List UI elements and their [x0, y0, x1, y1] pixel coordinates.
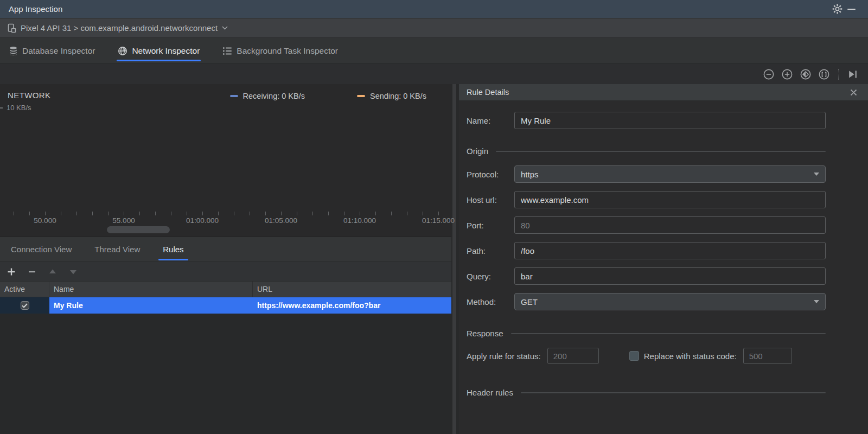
tab-background-task-inspector[interactable]: Background Task Inspector	[222, 38, 338, 63]
legend-color-dash	[357, 95, 365, 97]
rules-table: Active Name URL My Rule https://www.exam…	[0, 281, 451, 434]
tab-network-inspector[interactable]: Network Inspector	[118, 38, 200, 63]
axis-tick-label: 01:00.000	[186, 216, 219, 225]
axis-tick	[360, 212, 360, 215]
path-input[interactable]	[514, 242, 826, 259]
rule-details-header: Rule Details	[459, 84, 868, 101]
view-tabbar: Connection View Thread View Rules	[0, 237, 451, 261]
timeline-scrollbar-thumb[interactable]	[107, 226, 170, 233]
jump-to-live-button[interactable]	[846, 68, 859, 81]
axis-tick	[265, 212, 266, 215]
chart-legend: Receiving: 0 KB/sSending: 0 KB/s	[230, 92, 426, 100]
zoom-to-selection-button[interactable]	[818, 68, 831, 81]
axis-tick	[375, 212, 376, 215]
chevron-down-icon	[222, 26, 228, 30]
axis-tick-label: 55.000	[112, 216, 135, 225]
replace-status-checkbox[interactable]	[629, 351, 639, 361]
axis-tick	[250, 212, 250, 215]
tab-thread-view[interactable]: Thread View	[92, 237, 142, 261]
table-empty-area	[0, 314, 451, 434]
column-header-url[interactable]: URL	[253, 282, 451, 297]
rule-active-cell	[0, 297, 49, 314]
axis-tick	[281, 212, 282, 215]
name-label: Name:	[467, 116, 514, 125]
panel-title: Rule Details	[467, 88, 509, 97]
chart-title: NETWORK	[8, 91, 50, 100]
path-label: Path:	[467, 246, 514, 256]
rule-details-panel: Rule Details Name: Origin Protocol: http…	[459, 84, 868, 434]
minimize-icon[interactable]	[844, 2, 858, 16]
port-label: Port:	[467, 221, 514, 230]
close-icon[interactable]	[846, 85, 860, 99]
tab-label: Network Inspector	[132, 46, 200, 56]
legend-color-dash	[230, 95, 238, 97]
axis-tick	[171, 212, 171, 215]
rule-active-checkbox[interactable]	[21, 301, 29, 310]
reset-zoom-button[interactable]	[799, 68, 812, 81]
origin-section-header: Origin	[467, 146, 826, 156]
query-input[interactable]	[514, 267, 826, 285]
column-header-name[interactable]: Name	[49, 282, 253, 297]
axis-tick-label: 01:15.000	[422, 216, 455, 225]
rules-table-header: Active Name URL	[0, 281, 451, 297]
apply-status-label: Apply rule for status:	[467, 352, 541, 361]
move-down-button[interactable]	[67, 266, 79, 278]
axis-tick	[328, 212, 329, 215]
axis-tick	[438, 212, 439, 215]
add-rule-button[interactable]	[5, 266, 17, 278]
legend-item: Receiving: 0 KB/s	[230, 92, 305, 100]
tab-label: Background Task Inspector	[237, 46, 338, 56]
legend-item: Sending: 0 KB/s	[357, 92, 426, 100]
tab-label: Rules	[163, 245, 183, 254]
query-label: Query:	[467, 272, 514, 281]
method-dropdown[interactable]: GET	[514, 293, 826, 310]
host-url-input[interactable]	[514, 191, 826, 208]
timeline-axis: 50.00055.00001:00.00001:05.00001:10.0000…	[0, 212, 451, 237]
response-section-header: Response	[467, 329, 826, 338]
y-axis-label: 10 KB/s	[7, 104, 31, 112]
axis-tick	[139, 212, 140, 215]
tab-rules[interactable]: Rules	[161, 237, 186, 261]
database-icon	[9, 46, 18, 56]
settings-gear-icon[interactable]	[830, 2, 844, 16]
axis-tick	[297, 212, 297, 215]
host-label: Host url:	[467, 195, 514, 205]
zoom-out-button[interactable]	[762, 68, 775, 81]
axis-tick-label: 01:10.000	[343, 216, 376, 225]
toolbar-separator	[838, 69, 839, 80]
port-input[interactable]	[514, 216, 826, 234]
protocol-label: Protocol:	[467, 170, 514, 179]
move-up-button[interactable]	[47, 266, 59, 278]
replace-status-input[interactable]	[743, 348, 792, 364]
column-header-active[interactable]: Active	[0, 282, 49, 297]
axis-tick	[92, 212, 93, 215]
tab-database-inspector[interactable]: Database Inspector	[9, 38, 95, 63]
axis-tick-label: 01:05.000	[265, 216, 297, 225]
tab-label: Thread View	[94, 245, 140, 254]
rule-name-cell: My Rule	[49, 297, 253, 314]
rules-toolbar	[0, 261, 451, 281]
tab-label: Database Inspector	[22, 46, 95, 56]
method-value: GET	[521, 297, 538, 307]
zoom-in-button[interactable]	[781, 68, 794, 81]
device-process-selector[interactable]: Pixel 4 API 31 > com.example.android.net…	[0, 18, 868, 37]
timeline-toolbar	[0, 63, 868, 84]
replace-status-label: Replace with status code:	[644, 352, 737, 361]
rule-details-body: Name: Origin Protocol: https Host url: P…	[459, 101, 868, 434]
dropdown-arrow-icon	[814, 173, 819, 176]
table-row[interactable]: My Rule https://www.example.com/foo?bar	[0, 297, 451, 314]
device-phone-icon	[8, 23, 16, 33]
protocol-dropdown[interactable]: https	[514, 165, 826, 183]
tab-connection-view[interactable]: Connection View	[9, 237, 74, 261]
axis-tick	[344, 212, 344, 215]
response-status-row: Apply rule for status: Replace with stat…	[467, 348, 826, 364]
axis-tick	[312, 212, 313, 215]
axis-tick	[187, 212, 187, 215]
axis-tick	[391, 212, 392, 215]
rule-name-input[interactable]	[514, 112, 826, 129]
axis-tick	[202, 212, 203, 215]
remove-rule-button[interactable]	[26, 266, 38, 278]
apply-status-input[interactable]	[547, 348, 599, 364]
panel-splitter[interactable]	[451, 84, 459, 434]
dropdown-arrow-icon	[814, 300, 819, 303]
